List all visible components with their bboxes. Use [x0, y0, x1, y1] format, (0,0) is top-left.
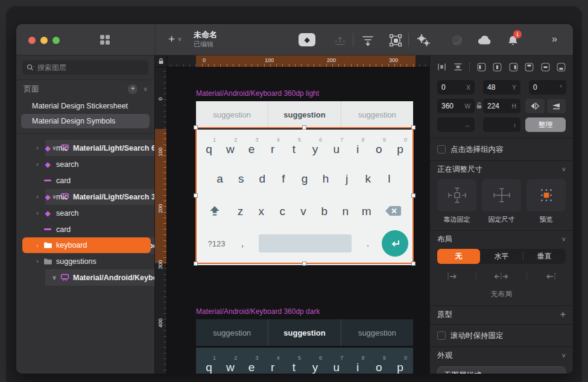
insert-menu-button[interactable]: + ˅ — [168, 32, 182, 46]
align-bottom-button[interactable] — [557, 63, 566, 72]
align-right-button[interactable] — [509, 63, 518, 72]
edit-selection-button[interactable] — [388, 34, 403, 47]
chevron-right-icon[interactable]: › — [33, 193, 42, 200]
chevron-right-icon[interactable]: › — [33, 145, 42, 151]
align-middle-vertical-button[interactable] — [541, 63, 550, 72]
suggestion-chip[interactable]: suggestion — [341, 319, 413, 346]
layer-row-folder[interactable]: ›suggestions — [16, 253, 154, 269]
tidy-button-inspector[interactable]: 整理 — [525, 117, 566, 132]
layer-row-symbol[interactable]: ›◆mic — [16, 140, 154, 156]
key-q[interactable]: 1q — [198, 355, 220, 374]
layer-row-symbol[interactable]: ›◆search — [16, 156, 154, 172]
rotation-field[interactable]: 0° — [529, 80, 566, 95]
layout-section-header[interactable]: 布局 ˅ — [437, 231, 566, 248]
align-center-horizontal-button[interactable] — [493, 63, 502, 72]
aspect-lock-button[interactable] — [475, 101, 483, 111]
key-u[interactable]: 7u — [326, 355, 347, 374]
resizing-section-header[interactable]: 正在调整尺寸 ˅ — [437, 161, 566, 178]
create-symbol-button[interactable] — [332, 34, 348, 47]
minimize-window-button[interactable] — [40, 37, 48, 44]
appearance-section-header[interactable]: 外观 ˅ — [437, 347, 566, 364]
selection-handle[interactable] — [411, 193, 416, 198]
chevron-right-icon[interactable]: › — [33, 242, 42, 249]
artboard-dark[interactable]: Material/Android/Keyboard 360dp dark sug… — [196, 306, 413, 374]
align-top-button[interactable] — [525, 63, 534, 72]
h-spacing-field[interactable]: ↔ — [437, 117, 475, 132]
flip-vertical-button[interactable] — [547, 99, 566, 113]
chevron-right-icon[interactable]: › — [33, 161, 42, 168]
chevron-right-icon[interactable]: › — [33, 210, 42, 216]
key-e[interactable]: 3e — [241, 355, 262, 374]
color-disc-button[interactable] — [449, 34, 465, 47]
insert-symbol-button[interactable]: ◆ — [299, 33, 315, 46]
ruler-corner[interactable] — [155, 55, 167, 67]
toolbar-overflow-button[interactable]: » — [552, 34, 556, 45]
selection-handle[interactable] — [411, 261, 416, 266]
suggestion-chip[interactable]: suggestion — [268, 101, 340, 128]
distribute-vertically-button[interactable] — [454, 63, 463, 71]
suggestion-bar[interactable]: suggestionsuggestionsuggestion — [196, 319, 413, 346]
suggestion-bar[interactable]: suggestionsuggestionsuggestion — [196, 101, 413, 128]
height-field[interactable]: 224H — [483, 99, 520, 113]
resize-preview-button[interactable]: 预览 — [526, 179, 566, 224]
chevron-expand-icon[interactable]: ∨ — [50, 274, 58, 281]
select-group-content-checkbox[interactable] — [437, 145, 446, 154]
pages-collapse-chevron-icon[interactable]: ˅ — [144, 86, 147, 93]
page-item[interactable]: Material Design Symbols — [21, 114, 150, 128]
distribute-horizontally-button[interactable] — [437, 63, 446, 71]
layout-vertical-segment[interactable]: 垂直 — [523, 249, 566, 264]
selection-handle[interactable] — [194, 193, 198, 198]
suggestion-chip[interactable]: suggestion — [268, 319, 340, 346]
align-left-button[interactable] — [477, 63, 486, 72]
page-item[interactable]: Material Design Stickersheet — [21, 99, 150, 113]
y-position-field[interactable]: 48Y — [483, 80, 520, 95]
align-end-icon[interactable] — [544, 272, 557, 281]
align-start-icon[interactable] — [446, 272, 459, 281]
key-o[interactable]: 9o — [368, 355, 390, 374]
add-page-button[interactable]: + — [128, 84, 138, 94]
document-title-block[interactable]: 未命名 已编辑 — [194, 30, 217, 48]
selection-handle[interactable] — [194, 125, 198, 130]
close-window-button[interactable] — [28, 37, 36, 44]
artboard-body[interactable]: suggestionsuggestionsuggestion 1q2w3e4r5… — [196, 319, 413, 374]
layout-none-segment[interactable]: 无 — [437, 249, 480, 264]
artboard-title[interactable]: Material/Android/Keyboard 360dp light — [196, 88, 413, 101]
key-t[interactable]: 5t — [283, 355, 305, 374]
selection-handle[interactable] — [302, 125, 306, 130]
key-p[interactable]: 0p — [390, 355, 411, 374]
component-grid-view-toggle[interactable] — [95, 33, 115, 47]
manage-symbols-button[interactable] — [416, 34, 431, 47]
search-input[interactable]: 搜索图层 — [22, 60, 148, 75]
prototype-section-header[interactable]: 原型 + — [437, 306, 566, 323]
width-field[interactable]: 360W — [437, 99, 475, 113]
selection-handle[interactable] — [194, 261, 198, 266]
fix-size-button[interactable]: 固定尺寸 — [482, 179, 521, 224]
keyboard-group[interactable]: 1q2w3e4r5t6y7u8i9o0pasdfghjklzxcvbnm?123… — [196, 348, 413, 374]
key-r[interactable]: 4r — [262, 355, 283, 374]
layer-row-symbol[interactable]: ›◆mic — [16, 189, 154, 205]
key-i[interactable]: 8i — [347, 355, 368, 374]
artboard-title[interactable]: Material/Android/Keyboard 360dp dark — [196, 306, 413, 319]
layout-horizontal-segment[interactable]: 水平 — [480, 249, 523, 264]
pin-to-edge-button[interactable]: 靠边固定 — [437, 179, 476, 224]
v-spacing-field[interactable]: ↕ — [483, 117, 520, 132]
layer-row-folder[interactable]: ›keyboard — [22, 237, 151, 253]
layer-row-symbol[interactable]: ›◆search — [16, 205, 154, 221]
fix-on-scroll-checkbox[interactable] — [437, 331, 446, 340]
key-w[interactable]: 2w — [220, 355, 241, 374]
layer-row-artboard[interactable]: ∨Material/Android/Keyboard... — [45, 269, 155, 286]
zoom-window-button[interactable] — [52, 37, 60, 44]
chevron-right-icon[interactable]: › — [33, 258, 42, 265]
flip-horizontal-button[interactable] — [525, 99, 545, 113]
suggestion-chip[interactable]: suggestion — [196, 319, 268, 346]
layer-row-symbol-instance[interactable]: card — [16, 221, 154, 237]
x-position-field[interactable]: 0X — [437, 80, 475, 95]
tidy-button[interactable] — [360, 34, 376, 47]
cloud-sync-button[interactable] — [477, 34, 493, 47]
notifications-button[interactable]: 1 — [505, 34, 520, 47]
suggestion-chip[interactable]: suggestion — [341, 101, 413, 128]
selection-handle[interactable] — [302, 261, 306, 266]
layer-style-dropdown[interactable]: 无图层样式 ˅ — [437, 366, 566, 374]
canvas-viewport[interactable]: Material/Android/Keyboard 360dp light su… — [167, 67, 429, 374]
key-y[interactable]: 6y — [305, 355, 326, 374]
